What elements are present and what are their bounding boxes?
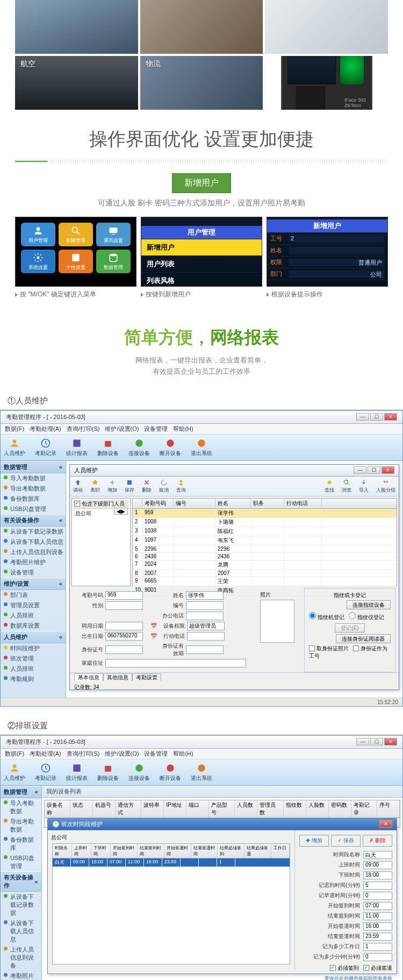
svg-point-17 — [384, 481, 386, 483]
tb-records: 考勤记录 — [35, 438, 56, 457]
svg-point-6 — [13, 439, 17, 443]
device-model: iFace 303 — [344, 97, 366, 103]
caption-2: 按键到新增用户 — [146, 290, 191, 298]
tab-devices[interactable]: 我的设备列表 — [42, 786, 402, 798]
svg-point-12 — [198, 439, 205, 446]
connect-fp-button[interactable]: 连接指纹设备 — [347, 600, 391, 609]
dialog-schedule: 🕐 班次时间段维护✕ 总公司 时段名称上班时间下班时间开始签到时间结束签到时间开… — [47, 818, 397, 974]
color-link[interactable]: 更改此处的颜色将影响所有表格 — [299, 975, 392, 980]
window-personnel: 考勤管理程序 - [ - 2016-05-03]—☐✕ 数据(F)考勤处理(A)… — [0, 410, 403, 707]
icon-data-mgmt[interactable]: 数据管理 — [96, 250, 131, 273]
svg-point-23 — [135, 764, 142, 771]
divider — [15, 159, 388, 164]
img-device: iFace 303ZKTeco — [265, 56, 388, 110]
form-header: 新增用户 — [267, 219, 387, 233]
menu-item-list[interactable]: 用户列表 — [141, 256, 262, 273]
caption-1: 按 "M/OK" 确定键进入菜单 — [20, 290, 96, 298]
new-user-button[interactable]: 新增用户 — [172, 173, 231, 193]
img-aviation: 航空 — [15, 56, 138, 110]
svg-rect-2 — [110, 228, 118, 233]
window-title: 考勤管理程序 - [ - 2016-05-03] — [6, 413, 85, 421]
screen-usermenu: 用户管理 新增用户 用户列表 列表风格 — [141, 217, 262, 287]
svg-point-19 — [13, 764, 17, 768]
menu-item-style[interactable]: 列表风格 — [141, 273, 262, 287]
dialog-personnel: 人员维护—☐✕ 调动 离职 增加 保存 删除 取消 查询 查找 浏览 导入 人脸… — [69, 464, 399, 690]
subtitle-2: 网络报表，一键导出报表，企业查看简单，有效提高企业与员工的工作效率 — [0, 355, 403, 378]
svg-point-5 — [110, 253, 117, 256]
tb-personnel: 人员维护 — [4, 438, 25, 457]
icon-comm-set[interactable]: 通讯设置 — [96, 223, 131, 246]
svg-point-0 — [37, 227, 40, 231]
device-brand: ZKTeco — [344, 103, 366, 108]
svg-rect-8 — [73, 439, 80, 446]
img-logistics: 物流 — [140, 56, 263, 110]
add-button[interactable]: ✚ 增加 — [299, 835, 329, 847]
tb-connect: 连接设备 — [128, 438, 150, 457]
menu-header: 用户管理 — [141, 226, 262, 239]
svg-rect-4 — [72, 254, 79, 261]
icon-auth-mgmt[interactable]: 权限管理 — [59, 223, 93, 246]
tb-exit: 退出系统 — [191, 438, 212, 457]
img-garden — [140, 0, 263, 54]
toolbar[interactable]: 人员维护 考勤记录 统计报表 删除设备 连接设备 断开设备 退出系统 — [1, 435, 402, 461]
svg-point-24 — [167, 764, 174, 771]
window-schedule: 考勤管理程序 - [ - 2016-05-03]—☐✕ 数据(F)考勤处理(A)… — [0, 735, 403, 980]
save-button[interactable]: ✓ 保存 — [331, 835, 361, 847]
section-2-label: ②排班设置 — [0, 718, 403, 735]
menu-item-new[interactable]: 新增用户 — [141, 239, 262, 256]
svg-point-11 — [167, 439, 174, 446]
window-menubar[interactable]: 数据(F)考勤处理(A)查询/打印(S)维护/设置(O)设备管理帮助(H) — [1, 424, 402, 435]
svg-rect-21 — [73, 764, 80, 771]
tree-pane[interactable]: 包含下级部门人员 ◀▶ 总公司 — [71, 498, 131, 586]
delete-button[interactable]: ✗ 删除 — [363, 835, 392, 847]
caption-3: 根据设备提示操作 — [271, 290, 323, 298]
id-reader-button[interactable]: 连接身份证阅读器 — [336, 634, 391, 643]
personnel-grid[interactable]: 考勤号码编号姓名职务行动电话 1959张学伟21008卜璐璐31038陈福红41… — [132, 498, 397, 586]
screen-menu: 用户管理 权限管理 通讯设置 系统设置 个性设置 数据管理 — [15, 217, 136, 287]
label-logistics: 物流 — [146, 59, 161, 69]
tb-delete-dev: 删除设备 — [97, 438, 119, 457]
svg-rect-22 — [105, 765, 111, 771]
window-controls[interactable]: —☐✕ — [356, 413, 397, 421]
svg-rect-9 — [105, 441, 111, 446]
icon-user-mgmt[interactable]: 用户管理 — [21, 223, 55, 246]
svg-point-15 — [328, 480, 332, 484]
img-doctor — [265, 0, 388, 54]
section-1-label: ①人员维护 — [0, 393, 403, 410]
icon-pers-set[interactable]: 个性设置 — [59, 250, 93, 273]
dialog-toolbar[interactable]: 调动 离职 增加 保存 删除 取消 查询 查找 浏览 导入 人脸分组 — [70, 477, 399, 496]
img-building — [15, 0, 138, 54]
tb-reports: 统计报表 — [66, 438, 88, 457]
svg-point-10 — [135, 439, 142, 446]
icon-sys-set[interactable]: 系统设置 — [21, 250, 55, 273]
screen-newuser: 新增用户 工号2 姓名 权限普通用户 部门公司 — [267, 217, 388, 287]
svg-point-14 — [180, 480, 183, 482]
subtitle-1: 可通过人脸 刷卡 密码三种方式添加用户，设置用户照片易考勤 — [0, 198, 403, 208]
heading-1: 操作界面优化 设置更加便捷 — [0, 127, 403, 152]
schedule-form[interactable]: ✚ 增加 ✓ 保存 ✗ 删除 时间段名称白天上班时间09:00下班时间18:00… — [294, 830, 397, 970]
svg-rect-13 — [127, 480, 132, 485]
svg-point-3 — [37, 256, 40, 259]
tb-disconnect: 断开设备 — [160, 438, 181, 457]
sidebar[interactable]: 数据管理« 导入考勤数据 导出考勤数据 备份数据库 USB闪盘管理 有关设备操作… — [1, 461, 66, 698]
svg-point-25 — [198, 764, 205, 771]
heading-2: 简单方便，网络报表 — [0, 326, 403, 350]
svg-point-18 — [386, 481, 388, 483]
label-aviation: 航空 — [20, 59, 35, 69]
